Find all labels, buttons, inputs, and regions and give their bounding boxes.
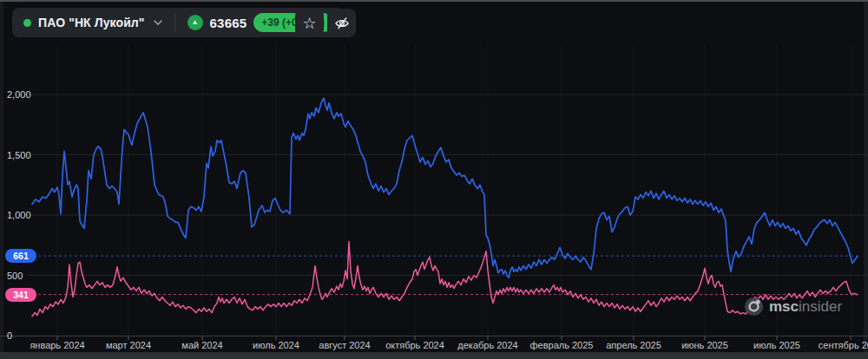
x-axis-label: июль 2025 bbox=[753, 340, 800, 350]
divider bbox=[174, 13, 175, 32]
trend-up-icon: ▲ bbox=[187, 15, 203, 30]
mscinsider-logo-icon bbox=[744, 297, 764, 317]
status-dot-icon bbox=[23, 19, 31, 27]
chevron-down-icon bbox=[154, 20, 162, 25]
price-chart[interactable] bbox=[0, 2, 868, 359]
instrument-name: ПАО "НК Лукойл" bbox=[38, 16, 145, 29]
star-icon: ☆ bbox=[302, 16, 316, 31]
eye-off-icon bbox=[333, 15, 351, 32]
pink-line bbox=[32, 242, 858, 317]
x-axis-label: октябрь 2024 bbox=[385, 340, 444, 350]
watermark-text: mscinsider bbox=[769, 298, 842, 316]
y-axis-label: 1,500 bbox=[7, 150, 31, 160]
x-axis-label: июль 2024 bbox=[253, 340, 299, 350]
x-axis-label: июнь 2025 bbox=[681, 340, 728, 350]
x-axis-label: январь 2024 bbox=[30, 340, 84, 350]
y-axis-label: 1,000 bbox=[7, 210, 31, 220]
y-axis-label: 500 bbox=[7, 271, 23, 281]
x-axis-label: апрель 2025 bbox=[606, 340, 661, 350]
x-axis-label: август 2024 bbox=[319, 340, 370, 350]
hide-button[interactable] bbox=[327, 9, 356, 37]
trading-chart-window: 2,0001,5001,0005000январь 2024март 2024м… bbox=[0, 0, 868, 359]
price-level-tag: 341 bbox=[5, 288, 36, 302]
x-axis-label: май 2024 bbox=[181, 340, 222, 350]
x-axis-label: февраль 2025 bbox=[530, 340, 594, 350]
y-axis-label: 0 bbox=[7, 330, 12, 341]
chart-header: ПАО "НК Лукойл" ▲ 63665 +39 (+0.06%) ☆ bbox=[0, 2, 868, 43]
watermark: mscinsider bbox=[744, 297, 842, 317]
x-axis-label: декабрь 2024 bbox=[457, 340, 517, 350]
x-axis-label: сентябрь 2025 bbox=[819, 340, 868, 350]
y-axis-label: 2,000 bbox=[7, 89, 31, 100]
x-axis-label: март 2024 bbox=[106, 340, 151, 350]
price-level-tag: 661 bbox=[5, 249, 36, 263]
last-price: 63665 bbox=[210, 16, 247, 30]
window-bottom-edge bbox=[0, 352, 868, 359]
blue-line bbox=[32, 98, 858, 277]
favorite-button[interactable]: ☆ bbox=[295, 9, 324, 37]
